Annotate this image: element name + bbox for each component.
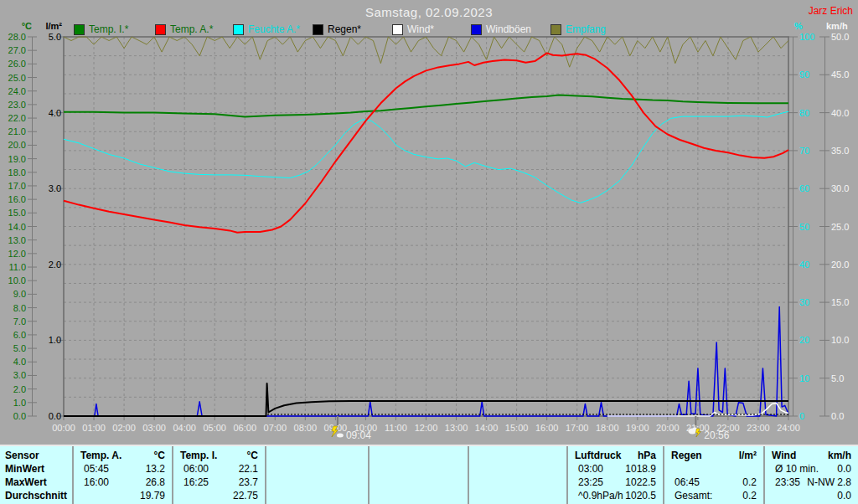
- table-cell-value: 0.2: [742, 490, 757, 501]
- weather-app-window: Samstag, 02.09.2023 Jarz Erich °C l/m² %…: [0, 0, 858, 504]
- axis-temp-tick-label: 16.0: [8, 194, 26, 204]
- table-cell-time: ^0.9hPa/h: [578, 490, 623, 501]
- x-axis-hour-label: 19:00: [626, 423, 649, 433]
- weather-chart: 0.01.02.03.04.05.06.07.08.09.010.011.012…: [0, 0, 858, 504]
- axis-humidity-tick-label: 30: [799, 297, 809, 307]
- axis-rain-tick-label: 1.0: [49, 335, 61, 345]
- table-cell-time: 05:45: [84, 463, 109, 475]
- x-axis-hour-label: 02:00: [112, 423, 136, 433]
- axis-temp-tick-label: 12.0: [8, 249, 26, 259]
- table-row-label: MinWert: [5, 463, 44, 475]
- axis-wind-tick-label: 10.0: [831, 335, 849, 345]
- axis-temp: 0.01.02.03.04.05.06.07.08.09.010.011.012…: [8, 32, 37, 421]
- table-cell-value: 22.75: [233, 490, 258, 501]
- axis-temp-tick-label: 27.0: [8, 45, 26, 55]
- table-col-luftdruck: LuftdruckhPa03:001018.923:251022.5^0.9hP…: [568, 446, 664, 504]
- axis-temp-tick-label: 1.0: [13, 398, 26, 408]
- table-col-empty-2: [370, 446, 469, 504]
- axis-temp-tick-label: 10.0: [8, 275, 26, 285]
- axis-temp-tick-label: 5.0: [13, 343, 26, 353]
- table-cell-time: Gesamt:: [675, 490, 712, 501]
- table-row-label: Durchschnitt: [5, 490, 67, 501]
- x-axis-hour-label: 20:00: [656, 423, 680, 433]
- axis-temp-tick-label: 3.0: [13, 370, 26, 380]
- axis-temp-tick-label: 21.0: [8, 126, 26, 136]
- axis-temp-tick-label: 0.0: [13, 411, 26, 421]
- table-col-row-labels: SensorMinWertMaxWertDurchschnitt: [0, 446, 74, 504]
- x-axis-hour-label: 01:00: [82, 423, 106, 433]
- axis-temp-tick-label: 23.0: [8, 100, 26, 110]
- table-col-header: Wind: [772, 450, 796, 461]
- table-cell-value: 1020.5: [625, 490, 656, 501]
- axis-wind-tick-label: 20.0: [831, 260, 849, 270]
- table-cell-value: 22.1: [239, 463, 258, 475]
- x-axis-hour-label: 12:00: [415, 423, 438, 433]
- axis-wind-tick-label: 25.0: [831, 222, 849, 232]
- axis-humidity-tick-label: 80: [799, 108, 809, 118]
- table-cell-time: 23:25: [578, 476, 603, 488]
- summary-table: SensorMinWertMaxWertDurchschnittTemp. A.…: [0, 446, 858, 504]
- axis-rain-tick-label: 3.0: [49, 183, 61, 193]
- table-col-unit: l/m²: [739, 450, 757, 461]
- axis-wind-tick-label: 40.0: [831, 108, 849, 118]
- axis-wind-tick-label: 15.0: [831, 297, 849, 307]
- axis-temp-tick-label: 9.0: [13, 289, 26, 299]
- table-col-empty-1: [266, 446, 370, 504]
- axis-temp-tick-label: 2.0: [13, 384, 26, 394]
- table-cell-time: 23:35: [775, 476, 800, 488]
- x-axis: 00:0001:0002:0003:0004:0005:0006:0007:00…: [52, 416, 800, 433]
- axis-rain: 0.01.02.03.04.05.0: [49, 32, 64, 421]
- table-row-label: Sensor: [5, 450, 39, 461]
- axis-humidity-tick-label: 50: [799, 222, 809, 232]
- axis-temp-tick-label: 26.0: [8, 59, 26, 69]
- table-col-temp-a: Temp. A.°C05:4513.216:0026.819.79: [74, 446, 173, 504]
- axis-temp-tick-label: 13.0: [8, 235, 26, 245]
- axis-temp-tick-label: 4.0: [13, 357, 26, 367]
- time-marker-label: 09:04: [346, 429, 371, 441]
- axis-humidity-tick-label: 100: [799, 32, 814, 42]
- table-col-header: Temp. A.: [80, 450, 121, 461]
- axis-humidity-tick-label: 90: [799, 69, 809, 80]
- x-axis-hour-label: 07:00: [264, 423, 287, 433]
- table-cell-value: 19.79: [140, 490, 165, 501]
- table-col-unit: °C: [247, 450, 258, 461]
- x-axis-hour-label: 14:00: [475, 423, 499, 433]
- axis-temp-tick-label: 18.0: [8, 167, 26, 177]
- table-cell-value: 1018.9: [625, 463, 656, 475]
- x-axis-hour-label: 06:00: [233, 423, 256, 433]
- table-cell-value: 23.7: [239, 476, 258, 488]
- table-col-temp-i: Temp. I.°C06:0022.116:2523.722.75: [173, 446, 266, 504]
- table-col-unit: °C: [154, 450, 165, 461]
- axis-wind-tick-label: 45.0: [831, 69, 849, 80]
- axis-humidity-tick-label: 70: [799, 146, 809, 156]
- x-axis-hour-label: 24:00: [777, 423, 800, 433]
- axis-temp-tick-label: 11.0: [8, 262, 26, 272]
- axis-temp-tick-label: 15.0: [8, 208, 26, 218]
- axis-rain-tick-label: 0.0: [49, 411, 61, 421]
- axis-humidity-tick-label: 10: [799, 373, 809, 383]
- table-cell-time: 03:00: [578, 463, 603, 475]
- table-col-wind: Windkm/hØ 10 min.0.023:35N-NW 2.80.0: [765, 446, 858, 504]
- axis-temp-tick-label: 20.0: [8, 140, 26, 150]
- x-axis-hour-label: 00:00: [52, 423, 75, 433]
- axis-temp-tick-label: 14.0: [8, 222, 26, 232]
- table-cell-time: 06:00: [183, 463, 209, 475]
- axis-wind-tick-label: 50.0: [831, 32, 849, 42]
- axis-wind: 0.05.010.015.020.025.030.035.040.045.050…: [819, 32, 849, 421]
- x-axis-hour-label: 18:00: [596, 423, 619, 433]
- x-axis-hour-label: 04:00: [173, 423, 196, 433]
- x-axis-hour-label: 23:00: [747, 423, 770, 433]
- table-col-header: Regen: [671, 450, 702, 461]
- axis-wind-tick-label: 35.0: [831, 146, 849, 156]
- table-cell-time: 06:45: [675, 476, 700, 488]
- axis-humidity-tick-label: 60: [799, 183, 809, 193]
- table-row-label: MaxWert: [5, 476, 47, 488]
- table-col-header: Temp. I.: [180, 450, 217, 461]
- axis-temp-tick-label: 24.0: [8, 86, 26, 96]
- x-axis-hour-label: 17:00: [566, 423, 589, 433]
- table-col-header: Luftdruck: [575, 450, 621, 461]
- axis-temp-tick-label: 22.0: [8, 113, 26, 123]
- x-axis-hour-label: 11:00: [385, 423, 407, 433]
- axis-wind-tick-label: 0.0: [831, 411, 844, 421]
- axis-temp-tick-label: 19.0: [8, 154, 26, 164]
